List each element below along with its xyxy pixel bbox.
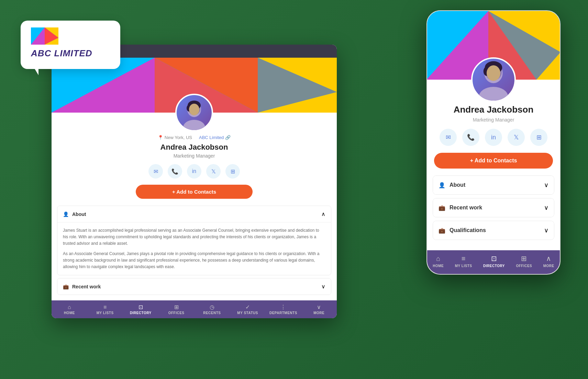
desktop-avatar xyxy=(175,94,213,131)
desktop-recent-work-accordion: 💼 Recent work ∨ xyxy=(57,278,331,295)
svg-point-28 xyxy=(479,87,508,101)
mobile-recent-work-header[interactable]: 💼 Recent work ∨ xyxy=(433,198,554,217)
departments-icon: ⋮ xyxy=(280,304,286,310)
desktop-nav-departments[interactable]: ⋮ DEPARTMENTS xyxy=(266,304,301,315)
desktop-twitter-button[interactable]: 𝕏 xyxy=(206,164,221,179)
mobile-avatar xyxy=(471,57,516,102)
desktop-phone-button[interactable]: 📞 xyxy=(168,164,182,179)
mobile-email-button[interactable]: ✉ xyxy=(440,129,457,146)
mobile-nav-mylists[interactable]: ≡ MY LISTS xyxy=(455,255,472,268)
briefcase-icon-2: 💼 xyxy=(439,227,445,234)
mobile-twitter-button[interactable]: 𝕏 xyxy=(508,129,525,146)
desktop-nav-offices[interactable]: ⊞ OFFICES xyxy=(158,304,194,315)
mobile-about-header[interactable]: 👤 About ∨ xyxy=(433,176,554,194)
desktop-add-contacts-button[interactable]: + Add to Contacts xyxy=(136,185,253,199)
desktop-qr-button[interactable]: ⊞ xyxy=(225,164,240,179)
svg-point-32 xyxy=(487,65,500,81)
more-icon: ∨ xyxy=(317,304,321,310)
directory-icon: ⊡ xyxy=(138,304,143,310)
mobile-social-icons-row: ✉ 📞 in 𝕏 ⊞ xyxy=(440,129,547,146)
desktop-email-button[interactable]: ✉ xyxy=(148,164,163,179)
list-icon: ≡ xyxy=(462,255,466,263)
desktop-nav-directory[interactable]: ⊡ DIRECTORY xyxy=(123,304,159,315)
desktop-location-company-row: 📍 New York, US ABC Limited 🔗 xyxy=(158,135,231,140)
more-icon: ∧ xyxy=(546,254,551,263)
svg-point-19 xyxy=(189,104,199,115)
mobile-recent-work-accordion: 💼 Recent work ∨ xyxy=(433,198,554,217)
mobile-profile-name: Andrea Jackobson xyxy=(454,104,534,115)
mobile-bottom-nav: ⌂ HOME ≡ MY LISTS ⊡ DIRECTORY ⊞ OFFICES … xyxy=(427,250,560,274)
mobile-qualifications-accordion: 💼 Qualifications ∨ xyxy=(433,221,554,240)
desktop-social-icons-row: ✉ 📞 in 𝕏 ⊞ xyxy=(148,164,240,179)
desktop-browser: 📍 New York, US ABC Limited 🔗 Andrea Jack… xyxy=(52,45,337,318)
briefcase-icon: 💼 xyxy=(63,284,69,289)
desktop-nav-mystatus[interactable]: ✓ MY STATUS xyxy=(230,304,266,315)
desktop-bottom-nav: ⌂ HOME ≡ MY LISTS ⊡ DIRECTORY ⊞ OFFICES … xyxy=(52,300,337,318)
desktop-about-accordion: 👤 About ∧ James Stuart is an accomplishe… xyxy=(57,206,331,275)
desktop-recent-work-header[interactable]: 💼 Recent work ∨ xyxy=(57,278,331,295)
desktop-profile-name: Andrea Jackobson xyxy=(160,143,228,152)
person-icon: 👤 xyxy=(63,211,69,217)
status-icon: ✓ xyxy=(245,304,250,310)
desktop-company-link[interactable]: ABC Limited 🔗 xyxy=(199,135,231,140)
mobile-phone: Andrea Jackobson Marketing Manager ✉ 📞 i… xyxy=(426,10,561,275)
desktop-about-header[interactable]: 👤 About ∧ xyxy=(57,206,331,222)
desktop-profile-section: 📍 New York, US ABC Limited 🔗 Andrea Jack… xyxy=(52,113,337,300)
list-icon: ≡ xyxy=(103,304,107,310)
scene: ABC LIMITED xyxy=(0,0,588,379)
chevron-down-icon: ∨ xyxy=(321,283,325,290)
mobile-nav-directory[interactable]: ⊡ DIRECTORY xyxy=(483,254,505,268)
logo-text: ABC LIMITED xyxy=(31,48,110,59)
mobile-nav-more[interactable]: ∧ MORE xyxy=(543,254,554,268)
logo-card: ABC LIMITED xyxy=(21,21,120,69)
chevron-down-icon: ∨ xyxy=(544,204,548,211)
chevron-up-icon: ∧ xyxy=(321,211,325,217)
desktop-profile-title: Marketing Manager xyxy=(174,153,215,159)
recents-icon: ◷ xyxy=(210,304,214,310)
location-pin-icon: 📍 xyxy=(158,135,163,140)
briefcase-icon: 💼 xyxy=(439,205,445,211)
mobile-nav-offices[interactable]: ⊞ OFFICES xyxy=(516,254,532,268)
mobile-nav-home[interactable]: ⌂ HOME xyxy=(433,255,444,268)
external-link-icon: 🔗 xyxy=(225,135,231,140)
desktop-avatar-wrapper xyxy=(175,94,213,131)
home-icon: ⌂ xyxy=(68,304,71,310)
desktop-nav-recents[interactable]: ◷ RECENTS xyxy=(194,304,230,315)
mobile-profile-section: Andrea Jackobson Marketing Manager ✉ 📞 i… xyxy=(427,80,560,247)
cursor-arrow xyxy=(34,68,38,75)
mobile-linkedin-button[interactable]: in xyxy=(485,129,502,146)
desktop-nav-home[interactable]: ⌂ HOME xyxy=(52,304,87,315)
mobile-phone-button[interactable]: 📞 xyxy=(462,129,479,146)
mobile-avatar-wrapper xyxy=(471,57,516,102)
desktop-nav-more[interactable]: ∨ MORE xyxy=(301,304,337,315)
person-icon: 👤 xyxy=(439,182,445,188)
mobile-qr-button[interactable]: ⊞ xyxy=(530,129,547,146)
desktop-nav-mylists[interactable]: ≡ MY LISTS xyxy=(87,304,123,315)
chevron-down-icon: ∨ xyxy=(544,181,548,189)
mobile-qualifications-header[interactable]: 💼 Qualifications ∨ xyxy=(433,221,554,240)
svg-point-15 xyxy=(183,120,205,130)
chevron-down-icon-2: ∨ xyxy=(544,227,548,234)
mobile-add-contacts-button[interactable]: + Add to Contacts xyxy=(434,153,553,169)
logo-icon xyxy=(31,27,58,45)
desktop-location: 📍 New York, US xyxy=(158,135,192,140)
desktop-accordion-section: 👤 About ∧ James Stuart is an accomplishe… xyxy=(52,206,337,298)
offices-icon: ⊞ xyxy=(521,254,527,263)
desktop-about-content: James Stuart is an accomplished legal pr… xyxy=(57,222,331,275)
mobile-accordion-section: 👤 About ∨ 💼 Recent work ∨ xyxy=(427,175,560,243)
desktop-linkedin-button[interactable]: in xyxy=(187,164,201,179)
mobile-about-accordion: 👤 About ∨ xyxy=(433,175,554,195)
directory-icon: ⊡ xyxy=(491,254,497,263)
offices-icon: ⊞ xyxy=(174,304,179,310)
mobile-profile-title: Marketing Manager xyxy=(473,117,514,123)
home-icon: ⌂ xyxy=(436,255,440,263)
